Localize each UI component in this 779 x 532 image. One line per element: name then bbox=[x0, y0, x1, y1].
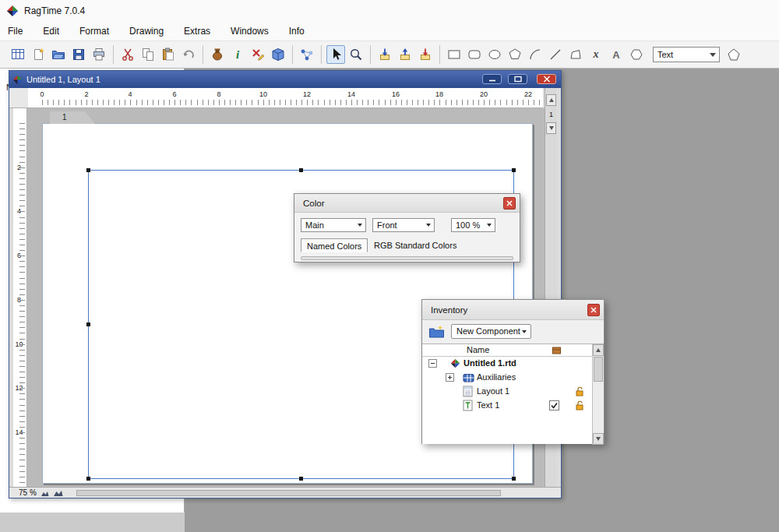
copy-icon[interactable] bbox=[139, 45, 157, 64]
ruler-corner bbox=[9, 88, 28, 108]
arrange-down-icon[interactable] bbox=[375, 45, 394, 64]
new-folder-icon[interactable] bbox=[428, 325, 445, 339]
inventory-dialog: Inventory New Component Name Untitled 1.… bbox=[421, 299, 605, 444]
document-titlebar[interactable]: Untitled 1, Layout 1 bbox=[9, 71, 561, 88]
page-up-button[interactable] bbox=[546, 94, 556, 106]
cut-icon[interactable] bbox=[118, 45, 137, 64]
rectangle-tool-icon[interactable] bbox=[445, 45, 464, 64]
color-opacity-combo[interactable]: 100 % bbox=[451, 218, 495, 232]
app-titlebar[interactable]: RagTime 7.0.4 bbox=[0, 0, 779, 22]
auxiliaries-icon bbox=[463, 372, 475, 384]
spellcheck-icon[interactable] bbox=[249, 45, 267, 64]
tree-row-document[interactable]: Untitled 1.rtd bbox=[422, 357, 592, 371]
frame-handle[interactable] bbox=[512, 477, 516, 481]
frame-handle[interactable] bbox=[86, 322, 90, 326]
pentagon-tool-icon[interactable] bbox=[724, 45, 743, 64]
text-tool-icon[interactable]: A bbox=[607, 45, 626, 64]
app-title: RagTime 7.0.4 bbox=[24, 5, 85, 16]
tree-row-auxiliaries[interactable]: Auxiliaries bbox=[422, 371, 592, 385]
scrollbar-thumb[interactable] bbox=[594, 357, 603, 382]
hexagon-tool-icon[interactable] bbox=[627, 45, 646, 64]
menu-info[interactable]: Info bbox=[289, 26, 305, 37]
component-filter-icon[interactable] bbox=[552, 345, 562, 355]
save-icon[interactable] bbox=[69, 45, 88, 64]
visible-checkbox[interactable] bbox=[549, 400, 559, 410]
zoom-out-pages-icon[interactable] bbox=[41, 489, 49, 497]
undo-icon[interactable] bbox=[179, 45, 198, 64]
menu-edit[interactable]: Edit bbox=[43, 26, 59, 37]
close-button[interactable] bbox=[537, 74, 556, 84]
frame-handle[interactable] bbox=[299, 168, 303, 172]
vertical-ruler: 2 4 6 8 10 12 14 bbox=[13, 108, 27, 487]
tab-rgb-standard-colors[interactable]: RGB Standard Colors bbox=[368, 238, 462, 252]
arrange-through-icon[interactable] bbox=[416, 45, 435, 64]
ellipse-tool-icon[interactable] bbox=[485, 45, 504, 64]
page-number-indicator: 1 bbox=[546, 108, 556, 121]
form-sheet-icon[interactable] bbox=[9, 45, 27, 64]
toolbar: i x A Text bbox=[0, 41, 779, 69]
package-icon[interactable] bbox=[269, 45, 287, 64]
tree-row-layout[interactable]: Layout 1 bbox=[422, 385, 592, 399]
horizontal-scrollbar[interactable] bbox=[76, 490, 501, 496]
new-component-button[interactable]: New Component bbox=[451, 324, 531, 339]
arrange-up-icon[interactable] bbox=[396, 45, 414, 64]
menu-drawing[interactable]: Drawing bbox=[129, 26, 164, 37]
menubar: File Edit Format Drawing Extras Windows … bbox=[0, 22, 779, 41]
component-type-combo[interactable]: Text bbox=[653, 47, 720, 62]
select-tool-icon[interactable] bbox=[326, 45, 345, 64]
page-down-button[interactable] bbox=[546, 122, 556, 134]
tree-row-text[interactable]: Text 1 bbox=[422, 399, 592, 413]
unlocked-icon[interactable] bbox=[575, 400, 584, 410]
zoom-in-pages-icon[interactable] bbox=[53, 489, 63, 497]
minimize-button[interactable] bbox=[482, 74, 502, 84]
paste-icon[interactable] bbox=[159, 45, 178, 64]
scroll-up-button[interactable] bbox=[593, 344, 604, 356]
collapse-expander[interactable] bbox=[428, 359, 437, 368]
layout-component-icon bbox=[463, 386, 474, 397]
ink-bottle-icon[interactable] bbox=[208, 45, 227, 64]
ragtime-app-icon bbox=[6, 5, 19, 17]
arc-tool-icon[interactable] bbox=[526, 45, 545, 64]
expand-expander[interactable] bbox=[446, 373, 454, 382]
info-icon[interactable]: i bbox=[228, 45, 247, 64]
color-dialog-title: Color bbox=[303, 199, 324, 208]
ragtime-document-icon bbox=[12, 75, 23, 85]
frame-handle[interactable] bbox=[512, 168, 516, 172]
inventory-name-header: Name bbox=[422, 344, 592, 357]
color-dialog: Color Main Front 100 % Named Colors RGB … bbox=[294, 193, 520, 262]
document-title: Untitled 1, Layout 1 bbox=[26, 75, 100, 84]
horizontal-ruler: 0 2 4 6 8 10 12 14 16 18 20 22 bbox=[28, 88, 543, 108]
inventory-title: Inventory bbox=[431, 305, 467, 315]
menu-format[interactable]: Format bbox=[79, 26, 109, 37]
polygon-tool-icon[interactable] bbox=[506, 45, 524, 64]
formula-tool-icon[interactable]: x bbox=[587, 45, 605, 64]
line-tool-icon[interactable] bbox=[546, 45, 565, 64]
menu-file[interactable]: File bbox=[8, 26, 23, 37]
maximize-button[interactable] bbox=[508, 74, 527, 84]
menu-windows[interactable]: Windows bbox=[231, 26, 269, 37]
frame-handle[interactable] bbox=[299, 477, 303, 481]
rounded-rectangle-tool-icon[interactable] bbox=[465, 45, 484, 64]
zoom-tool-icon[interactable] bbox=[347, 45, 365, 64]
inventory-scrollbar[interactable] bbox=[592, 344, 604, 445]
frame-handle[interactable] bbox=[86, 168, 90, 172]
frame-handle[interactable] bbox=[86, 477, 90, 481]
new-document-icon[interactable] bbox=[29, 45, 48, 64]
tab-named-colors[interactable]: Named Colors bbox=[301, 238, 368, 252]
freeform-tool-icon[interactable] bbox=[566, 45, 585, 64]
zoom-level[interactable]: 75 % bbox=[19, 488, 37, 497]
color-layer-combo[interactable]: Front bbox=[372, 218, 435, 232]
inventory-close-button[interactable] bbox=[587, 304, 600, 316]
sidebar-footer-area bbox=[0, 513, 185, 532]
inventory-titlebar[interactable]: Inventory bbox=[422, 300, 604, 320]
color-dialog-titlebar[interactable]: Color bbox=[294, 194, 520, 213]
open-folder-icon[interactable] bbox=[49, 45, 68, 64]
unlocked-icon[interactable] bbox=[575, 386, 584, 396]
print-icon[interactable] bbox=[90, 45, 108, 64]
scroll-down-button[interactable] bbox=[593, 433, 604, 445]
color-target-combo[interactable]: Main bbox=[301, 218, 366, 232]
node-graph-icon[interactable] bbox=[298, 45, 316, 64]
color-dialog-close-button[interactable] bbox=[503, 197, 516, 210]
menu-extras[interactable]: Extras bbox=[184, 26, 210, 37]
color-list-scrollbar[interactable] bbox=[301, 256, 513, 260]
